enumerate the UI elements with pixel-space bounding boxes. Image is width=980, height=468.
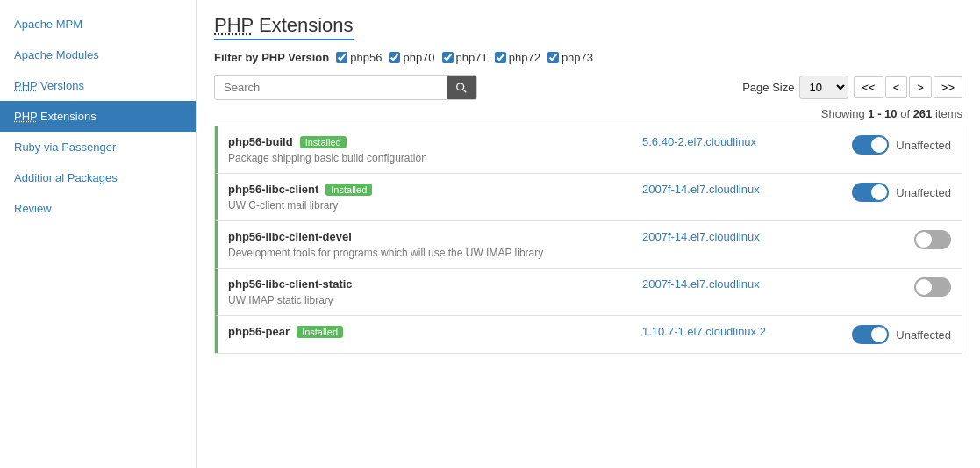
extensions-list: php56-buildInstalledPackage shipping bas…: [214, 126, 962, 354]
ext-name-row: php56-libc-client-devel: [228, 230, 632, 243]
ext-name: php56-libc-client: [228, 183, 318, 196]
table-row: php56-libc-client-develDevelopment tools…: [215, 221, 962, 269]
toggle-status-label: Unaffected: [896, 186, 951, 199]
installed-badge: Installed: [325, 184, 372, 196]
filter-checkbox-input-php71[interactable]: [442, 52, 454, 63]
search-button[interactable]: [447, 76, 476, 99]
ext-info: php56-libc-clientInstalledUW C-client ma…: [228, 183, 632, 212]
filter-label-php56: php56: [350, 51, 382, 64]
filter-label-php71: php71: [456, 51, 488, 64]
filter-checkbox-input-php73[interactable]: [547, 52, 559, 63]
toggle-knob: [871, 327, 887, 342]
sidebar-item-apache-modules[interactable]: Apache Modules: [0, 40, 196, 70]
ext-toggle-col: [828, 277, 951, 297]
toggle-switch[interactable]: [852, 135, 889, 155]
table-row: php56-libc-clientInstalledUW C-client ma…: [215, 174, 962, 221]
toggle-slider: [914, 277, 951, 297]
sidebar-item-additional-packages[interactable]: Additional Packages: [0, 162, 196, 193]
filter-checkbox-php71[interactable]: php71: [442, 51, 488, 64]
filter-checkbox-input-php72[interactable]: [495, 52, 506, 63]
ext-toggle-col: Unaffected: [828, 183, 951, 202]
svg-point-0: [457, 83, 464, 90]
page-last-button[interactable]: >>: [934, 76, 962, 98]
ext-name: php56-libc-client-devel: [228, 230, 352, 243]
search-input[interactable]: [215, 76, 447, 99]
filter-label-php72: php72: [509, 51, 540, 64]
toggle-slider: [852, 183, 889, 202]
page-size-wrapper: Page Size 102550100 << < > >>: [742, 76, 962, 99]
filter-row: Filter by PHP Version php56php70php71php…: [214, 51, 962, 64]
sidebar: Apache MPMApache ModulesPHP VersionsPHP …: [0, 0, 197, 468]
table-row: php56-libc-client-staticUW IMAP static l…: [215, 269, 962, 316]
toggle-slider: [852, 135, 889, 155]
filter-checkbox-input-php56[interactable]: [336, 52, 347, 63]
toggle-slider: [852, 325, 889, 344]
ext-description: UW C-client mail library: [228, 199, 632, 212]
toggle-status-label: Unaffected: [896, 139, 951, 152]
sidebar-item-php-extensions[interactable]: PHP Extensions: [0, 101, 196, 132]
showing-row: Showing 1 - 10 of 261 items: [214, 107, 962, 120]
toggle-slider: [914, 230, 951, 249]
toggle-switch[interactable]: [852, 183, 889, 202]
ext-version: 2007f-14.el7.cloudlinux: [642, 230, 818, 243]
installed-badge: Installed: [300, 136, 347, 148]
ext-version: 2007f-14.el7.cloudlinux: [642, 183, 818, 196]
sidebar-item-review[interactable]: Review: [0, 193, 196, 224]
page-prev-button[interactable]: <: [885, 76, 908, 98]
ext-info: php56-libc-client-develDevelopment tools…: [228, 230, 632, 259]
page-size-select[interactable]: 102550100: [799, 76, 848, 99]
ext-version: 5.6.40-2.el7.cloudlinux: [642, 135, 818, 148]
ext-name-row: php56-pearInstalled: [228, 325, 632, 338]
toggle-switch[interactable]: [852, 325, 889, 344]
filter-label-php70: php70: [403, 51, 434, 64]
ext-name-row: php56-libc-clientInstalled: [228, 183, 632, 196]
toggle-switch[interactable]: [914, 277, 951, 297]
installed-badge: Installed: [297, 326, 343, 338]
page-first-button[interactable]: <<: [854, 76, 883, 98]
sidebar-item-apache-mpm[interactable]: Apache MPM: [0, 9, 196, 40]
ext-version: 2007f-14.el7.cloudlinux: [642, 277, 818, 291]
ext-description: Package shipping basic build configurati…: [228, 152, 632, 164]
search-icon: [455, 82, 468, 94]
sidebar-item-ruby-via-passenger[interactable]: Ruby via Passenger: [0, 132, 196, 162]
ext-name: php56-pear: [228, 325, 290, 338]
ext-version: 1.10.7-1.el7.cloudlinux.2: [642, 325, 818, 338]
ext-name-row: php56-libc-client-static: [228, 277, 632, 291]
toggle-status-label: Unaffected: [896, 328, 951, 342]
pagination: << < > >>: [854, 76, 962, 98]
toggle-knob: [871, 184, 887, 200]
ext-toggle-col: Unaffected: [828, 135, 951, 155]
ext-name: php56-build: [228, 135, 293, 148]
filter-checkbox-php56[interactable]: php56: [336, 51, 382, 64]
toggle-knob: [916, 279, 932, 295]
filter-checkbox-php73[interactable]: php73: [547, 51, 593, 64]
table-row: php56-buildInstalledPackage shipping bas…: [215, 126, 962, 174]
page-title: PHP Extensions: [214, 14, 354, 40]
filter-checkbox-php72[interactable]: php72: [495, 51, 540, 64]
toggle-knob: [871, 137, 887, 153]
svg-line-1: [463, 90, 466, 92]
filter-checkbox-php70[interactable]: php70: [389, 51, 434, 64]
filter-label-php73: php73: [562, 51, 593, 64]
search-wrapper: [214, 75, 477, 100]
main-content: PHP Extensions Filter by PHP Version php…: [197, 0, 980, 468]
ext-name: php56-libc-client-static: [228, 277, 353, 291]
page-size-label: Page Size: [742, 81, 794, 94]
ext-name-row: php56-buildInstalled: [228, 135, 632, 148]
ext-toggle-col: Unaffected: [828, 325, 951, 344]
ext-info: php56-buildInstalledPackage shipping bas…: [228, 135, 632, 164]
table-row: php56-pearInstalled1.10.7-1.el7.cloudlin…: [215, 316, 962, 353]
ext-description: Development tools for programs which wil…: [228, 247, 632, 259]
filter-label: Filter by PHP Version: [214, 51, 329, 64]
ext-info: php56-pearInstalled: [228, 325, 632, 342]
toggle-knob: [916, 232, 932, 248]
ext-info: php56-libc-client-staticUW IMAP static l…: [228, 277, 632, 306]
php-abbr: PHP: [214, 14, 254, 36]
sidebar-item-php-versions[interactable]: PHP Versions: [0, 70, 196, 101]
ext-toggle-col: [828, 230, 951, 249]
toolbar-row: Page Size 102550100 << < > >>: [214, 75, 962, 100]
page-next-button[interactable]: >: [909, 76, 932, 98]
filter-checkbox-input-php70[interactable]: [389, 52, 400, 63]
ext-description: UW IMAP static library: [228, 294, 632, 306]
toggle-switch[interactable]: [914, 230, 951, 249]
